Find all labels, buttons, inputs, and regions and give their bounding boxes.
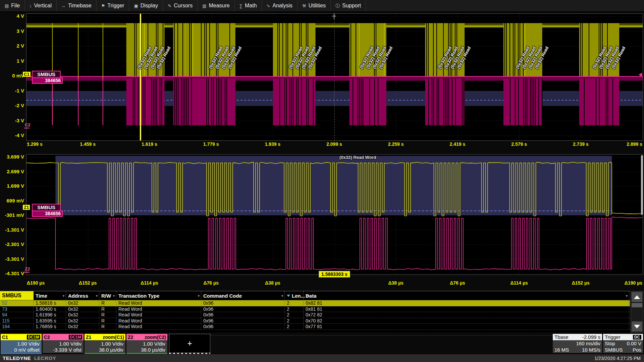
trigger-descriptor[interactable]: Trigger DC Stop 0.00 V SMBUS Pos bbox=[603, 334, 643, 353]
status-bar: TELEDYNE LECROY 1/23/2020 4:27:25 PM bbox=[0, 354, 644, 362]
decode-table-header: SMBUS Time▾Address▾R/W▾Transaction Type▾… bbox=[0, 291, 630, 300]
z2-ground-tag[interactable]: Z2 bbox=[25, 267, 30, 271]
menu-item-utilities[interactable]: ⚒Utilities bbox=[298, 0, 331, 11]
tbase-offset: -2.099 s bbox=[582, 334, 600, 340]
c1-channel-tag[interactable]: C1 bbox=[23, 72, 31, 77]
y-axis-label: 1 V bbox=[0, 58, 24, 64]
decode-table-bus-label[interactable]: SMBUS bbox=[0, 291, 34, 300]
menu-item-label: Timebase bbox=[68, 3, 92, 9]
main-waveform-svg bbox=[26, 14, 643, 140]
row-index-cell: 184 bbox=[0, 324, 34, 329]
row-cell: 1.61998 s bbox=[34, 312, 66, 318]
trigger-level: 0.00 V bbox=[627, 340, 641, 347]
row-cell: Read Word bbox=[116, 312, 201, 318]
menu-item-measure[interactable]: ▥Measure bbox=[198, 0, 235, 11]
timebase-descriptor[interactable]: Tbase -2.099 s 160 ms/div 16 MS 10 MS/s bbox=[553, 334, 602, 353]
column-header-len-[interactable]: Len...▾ bbox=[285, 291, 304, 300]
filter-icon bbox=[287, 295, 290, 297]
time-axis-label: 1.459 s bbox=[80, 141, 96, 147]
c1-smbus-decode-count: 384656 bbox=[32, 77, 63, 84]
row-cell: 2 bbox=[285, 318, 304, 324]
zoom-grid-scrollbar[interactable] bbox=[641, 155, 643, 215]
menu-item-cursors[interactable]: ✎Cursors bbox=[163, 0, 198, 11]
y-axis-label: -2.301 V bbox=[0, 241, 24, 247]
table-scroll-down-button[interactable] bbox=[632, 321, 642, 331]
menu-item-label: File bbox=[11, 3, 20, 9]
menu-item-label: Math bbox=[245, 3, 257, 9]
descriptor-z1[interactable]: Z1zoom(C1)1.00 V/div38.0 µs/div bbox=[85, 334, 125, 353]
column-header-data[interactable]: Data▾ bbox=[304, 291, 629, 300]
descriptor-header: C1DC1M bbox=[1, 334, 42, 340]
delta-time-axis-label: Δ190 µs bbox=[625, 280, 642, 286]
descriptor-c2[interactable]: C2DC1M1.00 V/div-3.339 V ofst bbox=[43, 334, 84, 353]
trigger-icon: ⚑ bbox=[101, 4, 105, 8]
menu-item-label: Measure bbox=[209, 3, 229, 9]
trace-active-strip bbox=[85, 353, 125, 354]
menu-item-display[interactable]: ▣Display bbox=[129, 0, 163, 11]
brand-logo: TELEDYNE LECROY bbox=[3, 355, 56, 361]
menu-item-vertical[interactable]: ↕Vertical bbox=[25, 0, 57, 11]
sort-caret-icon: ▾ bbox=[96, 294, 98, 298]
column-header-label: R/W bbox=[101, 293, 111, 299]
menu-item-analysis[interactable]: ∿Analysis bbox=[262, 0, 298, 11]
menu-item-trigger[interactable]: ⚑Trigger bbox=[97, 0, 129, 11]
column-header-transaction-type[interactable]: Transaction Type▾ bbox=[116, 291, 201, 300]
table-row[interactable]: 731.60400 s0x32RRead Word0x9620x81 81 bbox=[0, 306, 630, 312]
menu-item-label: Trigger bbox=[107, 3, 124, 9]
y-axis-label: -301 mV bbox=[0, 212, 24, 218]
tbase-rate: 10 MS/s bbox=[582, 347, 600, 353]
sort-caret-icon: ▾ bbox=[626, 294, 628, 298]
z1-channel-tag[interactable]: Z1 bbox=[23, 205, 30, 210]
menu-item-file[interactable]: ▤File bbox=[0, 0, 25, 11]
column-header-time[interactable]: Time▾ bbox=[34, 291, 66, 300]
support-icon: ⓘ bbox=[335, 4, 340, 8]
delta-time-axis-label: Δ190 µs bbox=[27, 280, 45, 286]
c1-smbus-decode-tag[interactable]: SMBUS bbox=[32, 71, 61, 78]
zoom-decode-annotation: (0x32) Read Word bbox=[339, 155, 376, 160]
menu-item-timebase[interactable]: ↔Timebase bbox=[57, 0, 97, 11]
row-cell: Read Word bbox=[116, 300, 201, 306]
row-cell: 0x32 bbox=[66, 318, 99, 324]
descriptor-line1: 1.00 V/div bbox=[126, 341, 165, 347]
menu-item-label: Support bbox=[342, 3, 361, 9]
table-scroll-up-button[interactable] bbox=[632, 292, 642, 302]
add-trace-strip bbox=[169, 353, 210, 354]
menu-item-label: Analysis bbox=[272, 3, 292, 9]
descriptor-line2: 38.0 µs/div bbox=[85, 347, 123, 353]
z1-smbus-decode-tag[interactable]: SMBUS bbox=[32, 204, 61, 211]
smbus-decode-table: SMBUS Time▾Address▾R/W▾Transaction Type▾… bbox=[0, 291, 630, 333]
column-header-label: Time bbox=[36, 293, 47, 299]
add-trace-button[interactable]: + bbox=[169, 334, 210, 353]
c2-ground-tag[interactable]: C2 bbox=[25, 123, 31, 127]
menu-item-support[interactable]: ⓘSupport bbox=[331, 0, 366, 11]
table-row[interactable]: 1151.63595 s0x32RRead Word0x9620x70 82 bbox=[0, 318, 630, 324]
delta-time-axis-label: Δ38 µs bbox=[388, 280, 403, 286]
column-header-r-w[interactable]: R/W▾ bbox=[99, 291, 116, 300]
row-cell: 0x77 81 bbox=[304, 324, 629, 329]
row-cell: R bbox=[99, 318, 116, 324]
row-cell: Read Word bbox=[116, 324, 201, 329]
row-cell: 0x96 bbox=[201, 300, 285, 306]
table-row[interactable]: 941.61998 s0x32RRead Word0x9620x72 82 bbox=[0, 312, 630, 318]
column-header-address[interactable]: Address▾ bbox=[66, 291, 99, 300]
zoom-waveform-grid[interactable] bbox=[26, 154, 643, 275]
row-cell: 0x72 82 bbox=[304, 312, 629, 318]
z2-ground-marker bbox=[24, 272, 30, 273]
row-cell: 2 bbox=[285, 312, 304, 318]
descriptor-body: 1.00 V/div38.0 µs/div bbox=[85, 340, 125, 354]
main-waveform-grid[interactable] bbox=[26, 13, 643, 141]
column-header-command-code[interactable]: Command Code▾ bbox=[201, 291, 285, 300]
menu-item-math[interactable]: ∑Math bbox=[235, 0, 262, 11]
row-cell: 0x32 bbox=[66, 300, 99, 306]
table-row[interactable]: 1841.76859 s0x32RRead Word0x9620x77 81 bbox=[0, 324, 630, 330]
row-cell: Read Word bbox=[116, 306, 201, 312]
table-scroll-thumb[interactable] bbox=[632, 303, 642, 307]
menu-item-label: Display bbox=[141, 3, 158, 9]
row-index-cell: 52 bbox=[0, 300, 34, 306]
table-row[interactable]: 521.58816 s0x32RRead Word0x9620x82 81 bbox=[0, 300, 630, 306]
descriptor-c1[interactable]: C1DC1M1.00 V/div0 mV offset bbox=[1, 334, 42, 353]
y-axis-label: -1.301 V bbox=[0, 227, 24, 233]
file-icon: ▤ bbox=[5, 4, 9, 8]
row-cell: 0x96 bbox=[201, 324, 285, 329]
descriptor-z2[interactable]: Z2zoom(C2)1.00 V/div38.0 µs/div bbox=[126, 334, 167, 353]
